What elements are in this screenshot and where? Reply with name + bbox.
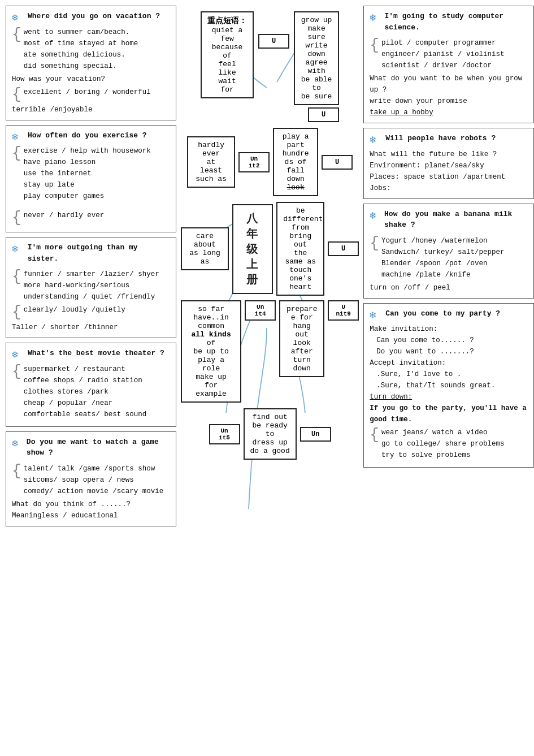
pre-7: turn <box>286 356 318 364</box>
sf-4: all kinds <box>188 330 235 339</box>
brace-u3a: { <box>12 269 21 284</box>
pre-1: prepare <box>286 305 318 313</box>
u6-q: What do you want to be when you grow up … <box>370 73 528 96</box>
he-2: ever <box>194 149 228 158</box>
fo-2: be ready <box>250 421 290 430</box>
unit4-body: { supermarket / restaurant coffee shops … <box>12 364 170 420</box>
unit1-card: ❄ Where did you go on vacation ? { went … <box>6 6 176 120</box>
brace-icon2: { <box>12 87 21 102</box>
unit1-title: Where did you go on vacation ? <box>28 11 160 22</box>
kp-q3: because <box>207 43 247 51</box>
brace-u2a: { <box>12 145 21 161</box>
u7-places: Places: space station /apartment <box>370 171 528 183</box>
u4-item2: coffee shops / radio station <box>24 375 170 386</box>
u9-do: Do you want to .......? <box>376 346 528 357</box>
u2-item5: play computer games <box>24 191 170 202</box>
unit1-item3: ate something delicious. <box>24 49 170 61</box>
u8-item2: Sandwich/ turkey/ salt/pepper <box>381 247 528 258</box>
unit6-title: I'm going to study computer science. <box>384 11 528 33</box>
unit7-body: What will the future be like ? Environme… <box>370 149 528 194</box>
bd-5: touch <box>283 266 318 274</box>
unit3-title: I'm more outgoing than my sister. <box>28 242 170 264</box>
unit8-icon: ❄ <box>370 209 379 219</box>
unit6-card: ❄ I'm going to study computer science. {… <box>363 6 534 123</box>
sf-7: play a role <box>188 356 235 373</box>
bd-2: different from <box>283 215 318 232</box>
sf-2: have..in <box>188 313 235 322</box>
gu-9: to <box>301 84 332 92</box>
u5-item3: comedy/ action movie /scary movie <box>24 486 170 497</box>
brace-u8a: { <box>370 235 379 251</box>
u4-item4: cheap / popular /near <box>24 398 170 409</box>
bd-3: bring out <box>283 232 318 249</box>
main-title-box: 八年级上册 <box>232 204 273 294</box>
left-column: ❄ Where did you go on vacation ? { went … <box>6 6 181 526</box>
be-different-box: be different from bring out the same as … <box>276 202 324 296</box>
u8-item3: Blender /spoon /pot /oven <box>381 258 528 269</box>
unit6-body: { pilot / computer programmer engineer/ … <box>370 37 528 118</box>
sf-3: common <box>188 322 235 330</box>
u9-if: If you go to the party, you'll have a go… <box>370 403 528 425</box>
unit7-title: Will people have robots ? <box>385 133 496 144</box>
gu-8: be able <box>301 75 332 84</box>
unit-box-mid2-r: U <box>328 241 359 256</box>
u9-accept: Accept invitation: <box>370 357 528 369</box>
u9-sure2: .Sure, that/It sounds great. <box>376 380 528 391</box>
center-column: 重点短语： quiet a few because of feel like w… <box>181 6 359 526</box>
kp-q8: for <box>207 85 247 94</box>
unit2-box: Un it2 <box>238 152 270 172</box>
pre-6: after <box>286 347 318 356</box>
unit-box-bottom: Un <box>300 427 331 442</box>
u2-item3: use the internet <box>24 168 170 179</box>
u9-b3: try to solve problems <box>381 450 528 461</box>
unit3-card: ❄ I'm more outgoing than my sister. { fu… <box>6 237 176 338</box>
pp-5: fall <box>280 166 311 175</box>
u9-b1: wear jeans/ watch a video <box>381 427 528 438</box>
u2-item1: exercise / help with housework <box>24 145 170 157</box>
gu-2: make <box>301 24 332 33</box>
u8-ops: turn on /off / peel <box>370 282 528 293</box>
brace-u4a: { <box>12 364 21 379</box>
unit5-body: { talent/ talk /game /sports show sitcom… <box>12 463 170 521</box>
play-part-box: play a part hundre ds of fall down look <box>273 128 318 196</box>
sf-8: make up <box>188 373 235 381</box>
ca-3: as long <box>188 249 222 257</box>
kp-q2: few <box>207 34 247 43</box>
unit9-body: Make invitation: Can you come to...... ?… <box>370 323 528 461</box>
unit5-title: Do you me want to watch a game show ? <box>27 437 170 459</box>
u9-b2: go to college/ share problems <box>381 438 528 450</box>
unit4-icon: ❄ <box>12 348 22 358</box>
pp-6: down <box>280 175 311 183</box>
unit7-icon: ❄ <box>370 133 380 143</box>
pp-1: play a <box>280 132 311 141</box>
gu-7: with <box>301 67 332 75</box>
u8-item4: machine /plate /knife <box>381 269 528 280</box>
pp-7: look <box>280 183 311 192</box>
u9-make: Make invitation: <box>370 323 528 335</box>
u5-item1: talent/ talk /game /sports show <box>24 463 170 474</box>
so-far-box: so far have..in common all kinds of be u… <box>181 300 241 403</box>
ca-4: as <box>188 257 222 266</box>
unit-box-top-r: U <box>308 107 339 122</box>
ca-2: about <box>188 240 222 249</box>
u2-item2: have piano lesson <box>24 157 170 168</box>
prepare-box: prepare e for hang out look after turn d… <box>279 300 324 377</box>
pre-4: out <box>286 330 318 339</box>
unit9-title: Can you come to my party ? <box>385 308 500 319</box>
u4-item1: supermarket / restaurant <box>24 364 170 375</box>
sf-5: of <box>188 339 235 347</box>
u7-jobs: Jobs: <box>370 183 528 194</box>
unit3-body: { funnier / smarter /lazier/ shyer more … <box>12 269 170 333</box>
gu-6: agree <box>301 58 332 67</box>
u3-item3: understanding / quiet /friendly <box>24 291 170 303</box>
key-phrases-label: 重点短语： <box>207 16 247 26</box>
u5-item2: sitcoms/ soap opera / news <box>24 474 170 486</box>
unit9-icon: ❄ <box>370 308 380 318</box>
unit4-title: What's the best movie theater ? <box>28 348 164 359</box>
unit1-icon: ❄ <box>12 11 22 21</box>
unit7-card: ❄ Will people have robots ? What will th… <box>363 128 534 199</box>
fo-5: do a good <box>250 447 290 455</box>
gu-10: be sure <box>301 92 332 101</box>
u6-hobby: take up a hobby <box>370 107 528 118</box>
u6-item2: engineer/ pianist / violinist <box>381 49 528 60</box>
